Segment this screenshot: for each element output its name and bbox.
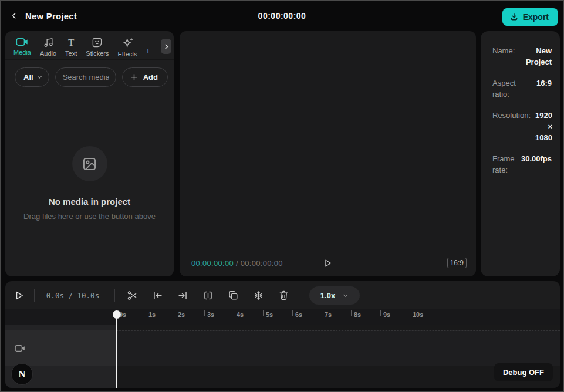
playhead[interactable] [112, 310, 121, 388]
property-label: Frame rate: [492, 153, 516, 175]
media-controls-row: All Add [5, 60, 174, 87]
aspect-ratio-badge[interactable]: 16:9 [447, 258, 467, 268]
tab-transitions-clipped[interactable]: T [146, 37, 150, 55]
empty-subtitle: Drag files here or use the button above [23, 212, 156, 221]
plus-icon [130, 73, 139, 82]
delete-icon[interactable] [275, 286, 292, 304]
filter-dropdown[interactable]: All [15, 67, 49, 87]
timeline-time-display: 0.0s / 10.0s [35, 291, 111, 300]
tab-media[interactable]: Media [13, 37, 31, 55]
tab-label: Stickers [86, 50, 109, 57]
timeline-panel: 0.0s / 10.0s [5, 281, 560, 388]
property-value: 16:9 [536, 77, 552, 100]
property-label: Aspect ratio: [492, 77, 532, 100]
master-timecode: 00:00:00:00 [1, 1, 563, 31]
sparkle-icon [121, 37, 134, 49]
jump-to-start-icon[interactable] [148, 286, 166, 304]
speed-value: 1.0x [320, 291, 335, 300]
search-field [55, 67, 116, 87]
text-icon: T [68, 37, 74, 48]
playback-speed-dropdown[interactable]: 1.0x [309, 286, 360, 305]
media-tab-strip: Media Audio T Text Stickers [5, 31, 174, 60]
tab-label: Audio [40, 50, 56, 57]
property-value: 1920 × 1080 [535, 110, 552, 143]
app-window: New Project 00:00:00:00 Export Media Aud… [0, 0, 564, 392]
video-camera-icon [15, 344, 25, 353]
sticker-icon [92, 37, 103, 48]
cut-icon[interactable] [123, 286, 141, 304]
split-icon[interactable] [199, 286, 217, 304]
tab-label: Effects [117, 50, 137, 58]
divider [114, 289, 115, 302]
tab-effects[interactable]: Effects [117, 37, 137, 55]
timeline-toolbar: 0.0s / 10.0s [5, 281, 560, 309]
export-button[interactable]: Export [502, 8, 558, 26]
add-media-button[interactable]: Add [122, 67, 168, 87]
property-row-resolution: Resolution: 1920 × 1080 [492, 110, 552, 143]
play-icon [323, 258, 333, 268]
timeline-play-button[interactable] [13, 290, 25, 301]
property-row-frame-rate: Frame rate: 30.00fps [492, 153, 552, 175]
empty-title: No media in project [49, 197, 130, 207]
property-row-aspect-ratio: Aspect ratio: 16:9 [492, 77, 552, 100]
preview-controls: 00:00:00:00 / 00:00:00:00 16:9 [180, 253, 476, 273]
freeze-frame-icon[interactable] [249, 286, 267, 304]
search-input[interactable] [63, 73, 109, 82]
preview-panel: 00:00:00:00 / 00:00:00:00 16:9 [180, 31, 476, 276]
video-track-lane[interactable] [116, 330, 560, 366]
duplicate-icon[interactable] [224, 286, 242, 304]
app-logo: N [11, 363, 33, 385]
tab-label: Media [13, 49, 31, 56]
debug-toggle-button[interactable]: Debug OFF [494, 363, 553, 381]
add-label: Add [143, 73, 158, 82]
tab-stickers[interactable]: Stickers [86, 37, 109, 55]
music-note-icon [43, 37, 54, 48]
property-value: New Project [519, 45, 552, 67]
video-track-header [5, 330, 116, 366]
timeline-ruler[interactable]: 0s 1s 2s 3s 4s 5s 6s 7s 8s 9s 10s [5, 309, 560, 325]
tab-label: T [146, 48, 150, 55]
image-icon-circle [72, 146, 107, 181]
chevron-down-icon [342, 292, 349, 299]
divider [302, 289, 302, 302]
property-label: Resolution: [492, 110, 531, 143]
playhead-handle[interactable] [113, 310, 121, 319]
image-icon [82, 156, 97, 172]
tabs-scroll-right-icon[interactable] [161, 39, 171, 54]
track-region: N Debug OFF [5, 325, 560, 388]
chevron-down-icon [36, 74, 43, 80]
property-row-name: Name: New Project [492, 45, 552, 67]
export-label: Export [523, 12, 549, 22]
play-icon [13, 290, 25, 301]
filter-label: All [23, 73, 33, 82]
tab-label: Text [65, 50, 77, 57]
download-icon [509, 12, 519, 22]
top-bar: New Project 00:00:00:00 Export [1, 1, 563, 31]
property-value: 30.00fps [521, 153, 552, 175]
timeline-tools [123, 286, 292, 304]
tab-text[interactable]: T Text [65, 37, 77, 55]
empty-media-state: No media in project Drag files here or u… [5, 146, 174, 221]
media-panel: Media Audio T Text Stickers [5, 31, 174, 276]
properties-panel: Name: New Project Aspect ratio: 16:9 Res… [481, 31, 560, 276]
property-label: Name: [492, 45, 515, 67]
tab-audio[interactable]: Audio [40, 37, 56, 55]
jump-to-end-icon[interactable] [174, 286, 191, 304]
video-camera-icon [16, 37, 28, 47]
playhead-line [116, 313, 117, 388]
preview-play-button[interactable] [180, 258, 476, 268]
